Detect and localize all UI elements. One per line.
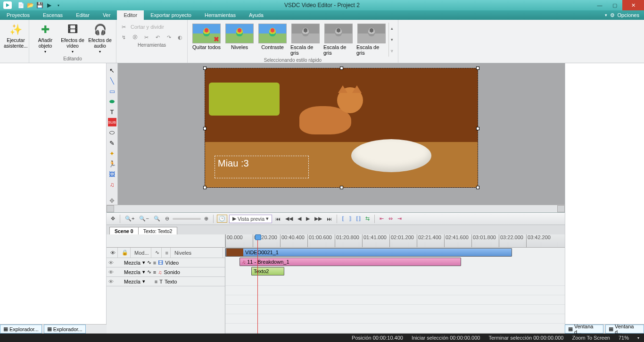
status-zoom-mode[interactable]: Zoom To Screen <box>572 335 610 341</box>
track-row-audio[interactable]: 👁Mezcla▾∿≡♫Sonido <box>107 267 225 277</box>
timeline-tab-text[interactable]: Texto: Texto2 <box>138 227 178 234</box>
qat-dropdown-icon[interactable]: ▾ <box>55 1 62 9</box>
zoom-fit-icon[interactable]: 🔍 <box>152 215 162 222</box>
eye-icon[interactable]: 👁 <box>108 279 114 284</box>
rotate-left-icon[interactable]: ↶ <box>153 33 162 42</box>
eye-icon[interactable]: 👁 <box>108 248 118 258</box>
clip-audio[interactable]: ♫11 - Breakdown_1 <box>239 258 461 266</box>
wizard-button[interactable]: ✨Ejecutar asistente... <box>3 22 29 55</box>
clock-icon[interactable]: 🕒 <box>217 215 227 223</box>
menu-more-icon[interactable]: ▾ <box>605 13 607 17</box>
music-icon: ♫ <box>158 269 162 275</box>
audio-effects-button[interactable]: 🎧Efectos de audio▾ <box>87 22 113 55</box>
image-icon[interactable]: 🖼 <box>108 170 116 178</box>
ruler-tick: 01:41.000 <box>362 234 387 247</box>
timeline-tracks[interactable]: 00.00000:20.20000:40.40001:00.60001:20.8… <box>225 234 565 334</box>
eye-icon[interactable]: 👁 <box>108 260 114 266</box>
timeline-tab-scene[interactable]: Scene 0 <box>109 227 139 234</box>
move-icon[interactable]: ✥ <box>108 196 116 205</box>
panel-tab-explorer-1[interactable]: ▦Explorador... <box>0 325 42 334</box>
qat-play-icon[interactable]: ▶ <box>45 1 53 9</box>
clip-text[interactable]: Texto2 <box>251 267 284 275</box>
zoom-slider[interactable] <box>173 218 201 220</box>
status-zoom-pct[interactable]: 71% <box>619 335 629 341</box>
rect-icon[interactable]: ▭ <box>108 87 116 95</box>
menu-ayuda[interactable]: Ayuda <box>242 10 270 20</box>
next-frame-icon[interactable]: ▶▶ <box>313 215 323 222</box>
track-row-video[interactable]: 👁Mezcla▾∿≡🎞Vídeo <box>107 258 225 267</box>
menu-escenas[interactable]: Escenas <box>36 10 69 20</box>
gear-icon[interactable]: ⚙ <box>610 12 615 18</box>
gallery-more[interactable]: ▴▾▿ <box>388 23 395 57</box>
timeline-ruler[interactable]: 00.00000:20.20000:40.40001:00.60001:20.8… <box>225 234 565 248</box>
align-right-icon[interactable]: ⇥ <box>396 215 403 222</box>
track-row-text[interactable]: 👁Mezcla▾≡TTexto <box>107 277 225 286</box>
tool-b-icon[interactable]: ⦿ <box>131 33 139 42</box>
shape-icon[interactable]: ✦ <box>108 149 116 158</box>
playhead[interactable] <box>257 234 258 334</box>
menu-herramientas[interactable]: Herramientas <box>198 10 242 20</box>
tool-c-icon[interactable]: ◐ <box>176 33 184 42</box>
zoom-reset-icon[interactable]: ⊖ <box>164 215 171 222</box>
menu-editor[interactable]: Editor <box>117 10 144 20</box>
qat-save-icon[interactable]: 💾 <box>36 1 43 9</box>
brush-icon[interactable]: ✎ <box>108 139 116 147</box>
panel-tab-explorer-2[interactable]: ▦Explorador... <box>44 325 86 334</box>
tooltip-icon[interactable]: ⬭ <box>108 128 116 137</box>
step-back-icon[interactable]: ◀ <box>296 215 303 222</box>
qat-new-icon[interactable]: 📄 <box>17 1 25 9</box>
eye-icon[interactable]: 👁 <box>108 269 114 275</box>
style-grayscale-3[interactable]: Escala de gris <box>355 23 388 57</box>
panel-tab-window-1[interactable]: ▦Ventana d... <box>565 325 603 334</box>
ellipse-icon[interactable]: ⬬ <box>108 97 116 106</box>
video-effects-button[interactable]: 🎞Efectos de vídeo▾ <box>59 22 86 55</box>
go-start-icon[interactable]: ⏮ <box>274 216 282 222</box>
align-center-icon[interactable]: ⇔ <box>387 215 394 222</box>
menu-ver[interactable]: Ver <box>96 10 117 20</box>
marker-c-icon[interactable]: ⟦⟧ <box>355 215 362 222</box>
zoom-in-icon[interactable]: 🔍+ <box>124 215 136 222</box>
menu-proyectos[interactable]: Proyectos <box>0 10 36 20</box>
maximize-button[interactable]: ▢ <box>607 0 622 10</box>
prev-frame-icon[interactable]: ◀◀ <box>284 215 294 222</box>
chevron-down-icon[interactable]: ▾ <box>637 336 639 340</box>
link-icon[interactable]: ⇆ <box>364 215 371 222</box>
step-fwd-icon[interactable]: ▶ <box>305 215 311 222</box>
marker-b-icon[interactable]: ⟧ <box>347 215 353 222</box>
qat-open-icon[interactable]: 📂 <box>26 1 34 9</box>
menu-exportar[interactable]: Exportar proyecto <box>144 10 198 20</box>
tool-a-icon[interactable]: ↯ <box>119 33 128 42</box>
style-grayscale-1[interactable]: Escala de gris <box>289 23 322 57</box>
clip-video[interactable]: VIDEO0021_1 <box>225 248 512 257</box>
move-view-icon[interactable]: ✥ <box>109 215 116 222</box>
canvas-scrollbar[interactable] <box>107 205 565 212</box>
add-object-button[interactable]: ✚Añadir objeto▾ <box>32 22 58 55</box>
close-button[interactable]: ✕ <box>622 0 644 10</box>
text-overlay[interactable]: Miau :3 <box>215 156 309 178</box>
minimize-button[interactable]: — <box>592 0 607 10</box>
rotate-right-icon[interactable]: ↷ <box>165 33 173 42</box>
options-label[interactable]: Opciones <box>618 12 639 18</box>
panel-tab-window-2[interactable]: ▦Ventana d... <box>605 325 644 334</box>
style-remove-all[interactable]: Quitar todos <box>190 23 223 57</box>
marker-a-icon[interactable]: ⟦ <box>340 215 346 222</box>
audio-icon[interactable]: ♫ <box>108 180 116 189</box>
lock-icon[interactable]: 🔒 <box>120 248 131 258</box>
cursor-icon[interactable]: ↖ <box>108 66 116 75</box>
style-contrast[interactable]: Contraste <box>256 23 289 57</box>
preview-canvas[interactable]: Miau :3 <box>205 68 478 188</box>
style-thumb-icon <box>291 24 320 43</box>
subtitle-icon[interactable]: SUB <box>108 118 116 126</box>
person-icon[interactable]: 🏃 <box>108 159 116 168</box>
preview-button[interactable]: ▶ Vista previa ▾ <box>229 215 272 223</box>
align-left-icon[interactable]: ⇤ <box>378 215 385 222</box>
style-levels[interactable]: Niveles <box>223 23 256 57</box>
line-icon[interactable]: ╲ <box>108 76 116 85</box>
zoom-plus-icon[interactable]: ⊕ <box>203 215 210 222</box>
text-icon[interactable]: T <box>108 108 116 116</box>
zoom-out-icon[interactable]: 🔍− <box>138 215 150 222</box>
go-end-icon[interactable]: ⏭ <box>325 216 333 222</box>
style-grayscale-2[interactable]: Escala de gris <box>322 23 355 57</box>
crop-icon[interactable]: ✂ <box>142 33 150 42</box>
menu-editar[interactable]: Editar <box>69 10 96 20</box>
